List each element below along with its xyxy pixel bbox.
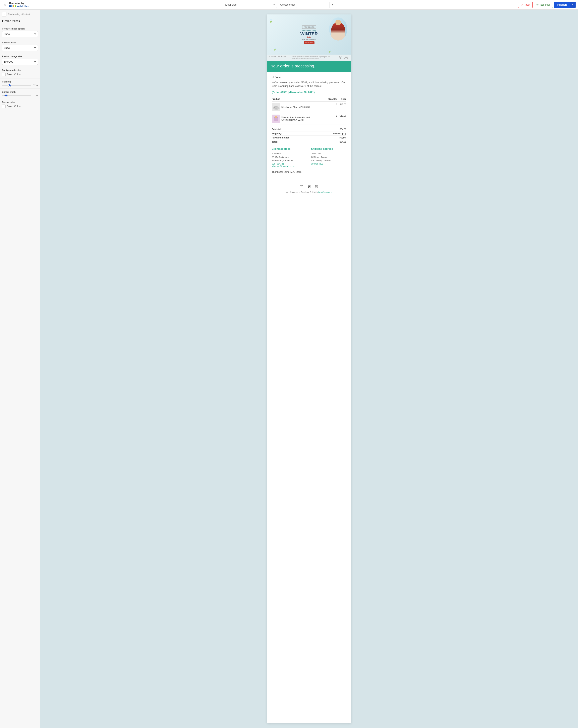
- payment-value: PayPal: [340, 136, 346, 139]
- test-email-button[interactable]: ✉ Test email: [534, 2, 553, 8]
- footer-ig-icon[interactable]: [314, 184, 319, 189]
- choose-order-select-wrap: 1381 - John Doe ▾: [296, 2, 335, 8]
- reset-button[interactable]: ↺ Reset: [518, 2, 533, 8]
- banner-woman-portrait: [329, 18, 347, 41]
- background-colour-label[interactable]: Select Colour: [7, 73, 21, 76]
- brand-title: Decorator by: [9, 2, 29, 5]
- border-colour-label[interactable]: Select Colour: [7, 105, 21, 108]
- publish-arrow[interactable]: ▾: [570, 2, 576, 8]
- border-color-section: Border color Select Colour: [0, 99, 40, 110]
- email-status-text: Your order is processing.: [271, 64, 347, 69]
- background-color-section: Background color Select Colour: [0, 67, 40, 78]
- border-colour-swatch[interactable]: [2, 105, 6, 108]
- subtotal-value: $64.83: [340, 128, 346, 130]
- table-row: Women Pink Printed Hooded Sweatshirt (#S…: [272, 113, 346, 124]
- product-image-size-section: Product image size 100x100 150x150 200x2…: [0, 53, 40, 67]
- shipping-label: Shipping:: [272, 132, 282, 135]
- banner-footer: @ WWW.YOURSITE.COM Lorem ipsum dolor sit…: [267, 55, 351, 60]
- greeting: Hi John,: [272, 76, 346, 79]
- col-quantity: Quantity: [325, 97, 337, 102]
- order-table-body: Nike Men's Shoe (#SK-0514) 1 $45.83: [272, 102, 346, 124]
- back-button[interactable]: ‹: [2, 12, 6, 17]
- product-image-size-select[interactable]: 100x100 150x150 200x200: [2, 59, 38, 65]
- email-type-select[interactable]: Customer processing or . .: [238, 2, 271, 8]
- breadcrumb-child: Content: [22, 13, 30, 16]
- product-img-1: [272, 103, 280, 111]
- topbar: ✕ Decorator by webtoffee Email type Cust…: [0, 0, 578, 10]
- email-footer: WooCommerce Emails — Built with WooComme…: [267, 180, 351, 198]
- billing-email[interactable]: johndoe@example.com: [272, 165, 307, 167]
- padding-slider[interactable]: [2, 85, 31, 86]
- reset-icon: ↺: [521, 3, 523, 6]
- email-type-field: Email type Customer processing or . . ▾: [225, 2, 277, 8]
- summary-total: Total: $64.83: [272, 140, 346, 144]
- banner-decor-left2: 🍃: [273, 47, 276, 51]
- email-body: Hi John, We've received your order #1381…: [267, 72, 351, 180]
- publish-button-group: Publish ▾: [554, 2, 576, 8]
- email-status-bar: Your order is processing.: [267, 60, 351, 72]
- background-colour-swatch[interactable]: [2, 73, 6, 76]
- svg-point-12: [316, 186, 317, 187]
- product-name-1: Nike Men's Shoe (#SK-0514): [281, 106, 310, 108]
- reset-label: Reset: [524, 3, 530, 6]
- billing-phone[interactable]: 0987654321: [272, 162, 307, 165]
- shoe-svg: [272, 103, 280, 111]
- email-preview: 🍃 🍃 🍃 YOUR LOGO This Week Only WINTER Sa…: [267, 15, 351, 723]
- summary-payment: Payment method: PayPal: [272, 136, 346, 140]
- billing-title: Billing address: [272, 147, 307, 150]
- logo-sq-1: [9, 5, 10, 7]
- logo-sq-2: [11, 5, 12, 7]
- message: We've received your order #1381, and it …: [272, 81, 346, 88]
- product-sku-label: Product SKU: [2, 41, 38, 44]
- table-row: Nike Men's Shoe (#SK-0514) 1 $45.83: [272, 102, 346, 113]
- border-width-slider[interactable]: [2, 95, 31, 96]
- choose-order-arrow[interactable]: ▾: [330, 2, 335, 8]
- topbar-left: ✕ Decorator by webtoffee: [2, 2, 43, 8]
- border-width-value: 1px: [32, 94, 38, 97]
- price-2: $19.00: [337, 113, 346, 124]
- main-layout: ‹ Customising › Content Order items Prod…: [0, 0, 578, 728]
- content-area: 🍃 🍃 🍃 YOUR LOGO This Week Only WINTER Sa…: [40, 10, 578, 728]
- subtotal-label: Subtotal:: [272, 128, 281, 130]
- choose-order-select[interactable]: 1381 - John Doe: [296, 2, 330, 8]
- shipping-value: Free shipping: [333, 132, 346, 135]
- qty-2: 1: [325, 113, 337, 124]
- summary-subtotal: Subtotal: $64.83: [272, 127, 346, 131]
- border-colour-row: Select Colour: [2, 105, 38, 108]
- product-cell-2: Women Pink Printed Hooded Sweatshirt (#S…: [272, 113, 325, 124]
- close-button[interactable]: ✕: [2, 2, 7, 7]
- shipping-phone[interactable]: 0987654321: [311, 162, 346, 165]
- order-link[interactable]: [Order #1381] (November 30, 2021): [272, 91, 346, 94]
- woo-link[interactable]: WooCommerce: [318, 191, 332, 193]
- topbar-center: Email type Customer processing or . . ▾ …: [45, 2, 516, 8]
- envelope-icon: ✉: [536, 3, 538, 6]
- total-value: $64.83: [340, 141, 346, 143]
- email-type-label: Email type: [225, 3, 236, 6]
- border-width-slider-row: 1px: [2, 94, 38, 97]
- banner-decor-right: 🍃: [328, 49, 331, 53]
- product-sku-section: Product SKU Show Hide: [0, 39, 40, 53]
- banner-woman-head: [335, 20, 341, 25]
- publish-button[interactable]: Publish: [554, 2, 570, 8]
- woo-text: WooCommerce Emails — Built with: [286, 191, 318, 193]
- product-name-2: Women Pink Printed Hooded Sweatshirt (#S…: [281, 116, 311, 121]
- brand: Decorator by webtoffee: [9, 2, 29, 8]
- border-width-label: Border width: [2, 91, 38, 93]
- sidebar: ‹ Customising › Content Order items Prod…: [0, 10, 40, 728]
- footer-tw-icon[interactable]: [307, 184, 311, 189]
- footer-social: [271, 184, 347, 189]
- shipping-city: San Pedro, CA 90731: [311, 159, 346, 162]
- shipping-name: John Doe: [311, 152, 346, 156]
- brand-logo: webtoffee: [9, 5, 29, 8]
- product-image-option-select[interactable]: Show Hide: [2, 31, 38, 37]
- svg-point-4: [274, 107, 275, 108]
- shipping-address: Shipping address John Doe 20 Maple Avenu…: [311, 147, 346, 167]
- banner-footer-lorem: Lorem ipsum dolor sit amet, consectetuer…: [293, 56, 332, 59]
- product-cell-inner-1: Nike Men's Shoe (#SK-0514): [272, 103, 325, 111]
- banner-shop-btn[interactable]: SHOP NOW: [304, 41, 315, 44]
- email-type-select-wrap: Customer processing or . . ▾: [237, 2, 277, 8]
- banner-woman-body: [331, 23, 345, 41]
- footer-fb-icon[interactable]: [299, 184, 304, 189]
- product-sku-select[interactable]: Show Hide: [2, 45, 38, 51]
- email-type-arrow[interactable]: ▾: [271, 2, 277, 8]
